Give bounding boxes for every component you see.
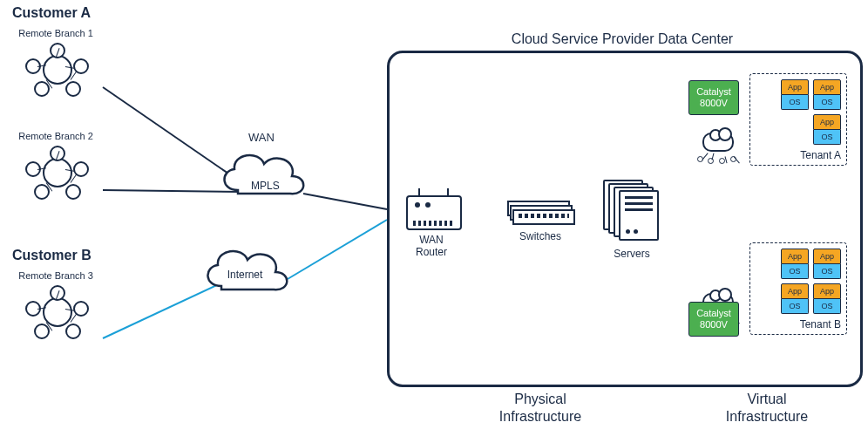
- tenant-a-label: Tenant A: [756, 149, 841, 161]
- tenant-b-label: Tenant B: [756, 318, 841, 330]
- cluster-icon: [25, 146, 86, 198]
- switches-label: Switches: [505, 230, 575, 242]
- customer-a-site1: Remote Branch 1: [12, 28, 99, 95]
- site2-label: Remote Branch 2: [12, 131, 99, 142]
- customer-b-site3: Remote Branch 3: [12, 270, 99, 337]
- svg-line-3: [303, 194, 387, 209]
- provider-heading: Cloud Service Provider Data Center: [474, 31, 770, 47]
- wan-label: WAN: [214, 131, 309, 145]
- router-icon: [406, 195, 462, 230]
- cluster-icon: [25, 43, 86, 95]
- switches: [507, 201, 573, 223]
- cloud-icon: [214, 146, 309, 202]
- catalyst-a: Catalyst 8000V: [688, 80, 739, 115]
- svg-line-4: [288, 220, 387, 279]
- physical-label: Physical Infrastructure: [453, 391, 627, 426]
- wan-cloud: WAN: [214, 131, 309, 206]
- cluster-icon: [25, 285, 86, 337]
- site1-label: Remote Branch 1: [12, 28, 99, 39]
- virtual-label: Virtual Infrastructure: [688, 391, 845, 426]
- internet-label: Internet: [197, 269, 293, 281]
- customer-a-site2: Remote Branch 2: [12, 131, 99, 198]
- wan-router-label: WAN Router: [401, 234, 462, 259]
- wan-router: [406, 195, 462, 230]
- internet-cloud: Internet: [197, 242, 293, 314]
- site3-label: Remote Branch 3: [12, 270, 99, 282]
- customer-b-heading: Customer B: [12, 248, 92, 263]
- customer-a-heading: Customer A: [12, 5, 91, 21]
- tenant-b: AppOS AppOS AppOS AppOS Tenant B: [749, 242, 847, 335]
- cloudnet-icon-a: [697, 127, 737, 162]
- servers: [603, 180, 659, 241]
- servers-label: Servers: [603, 248, 661, 260]
- catalyst-b: Catalyst 8000V: [688, 302, 739, 337]
- mpls-label: MPLS: [251, 180, 280, 192]
- tenant-a: AppOS AppOS AppOS Tenant A: [749, 73, 847, 166]
- switches-icon: [507, 201, 573, 223]
- servers-icon: [603, 180, 659, 241]
